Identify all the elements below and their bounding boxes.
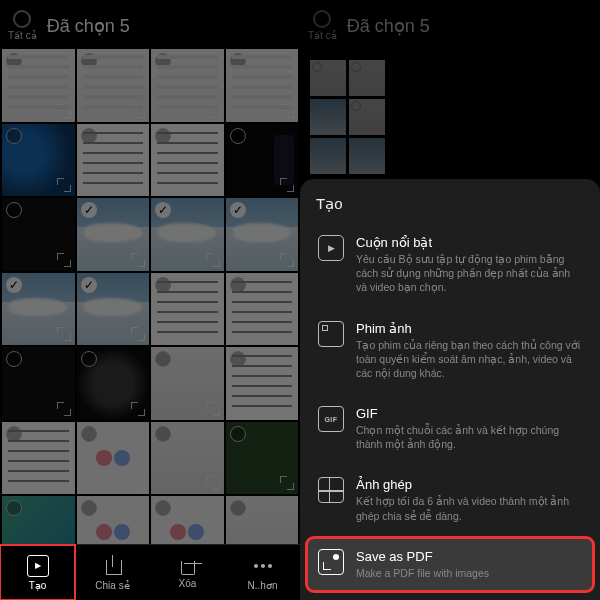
option-title: Cuộn nổi bật [356, 235, 582, 250]
thumbnail-grid: ✓ ✓ ✓ ✓ ✓ [0, 49, 300, 569]
play-icon [318, 235, 344, 261]
create-icon [27, 555, 49, 577]
delete-label: Xóa [179, 578, 197, 589]
share-icon [102, 555, 124, 577]
thumbnail[interactable] [2, 422, 75, 495]
select-all[interactable]: Tất cả [8, 10, 37, 41]
checkmark-icon: ✓ [81, 277, 97, 293]
thumbnail[interactable] [226, 273, 299, 346]
thumbnail[interactable] [2, 347, 75, 420]
more-label: N..hơn [248, 580, 278, 591]
thumbnail[interactable] [2, 124, 75, 197]
thumbnail[interactable] [151, 49, 224, 122]
option-title: Ảnh ghép [356, 477, 582, 492]
thumbnail[interactable]: ✓ [226, 198, 299, 271]
collage-icon [318, 477, 344, 503]
thumbnail[interactable] [226, 347, 299, 420]
thumbnail[interactable] [226, 124, 299, 197]
thumbnail[interactable] [77, 124, 150, 197]
thumbnail[interactable] [226, 49, 299, 122]
option-desc: Chọn một chuỗi các ảnh và kết hợp chúng … [356, 423, 582, 451]
thumbnail[interactable]: ✓ [151, 198, 224, 271]
trash-icon [181, 561, 195, 575]
thumbnail[interactable] [2, 198, 75, 271]
thumbnail[interactable] [151, 347, 224, 420]
option-highlight-reel[interactable]: Cuộn nổi bật Yêu cầu Bộ sưu tập tự động … [316, 225, 584, 305]
create-label: Tạo [29, 580, 47, 591]
thumbnail[interactable] [151, 124, 224, 197]
delete-button[interactable]: Xóa [150, 545, 225, 600]
option-title: Phim ảnh [356, 321, 582, 336]
share-label: Chia sẻ [95, 580, 129, 591]
thumbnail[interactable]: ✓ [2, 273, 75, 346]
option-title: GIF [356, 406, 582, 421]
sheet-title: Tạo [316, 195, 584, 213]
option-movie[interactable]: Phim ảnh Tạo phim của riêng bạn theo các… [316, 311, 584, 391]
image-icon [318, 549, 344, 575]
share-button[interactable]: Chia sẻ [75, 545, 150, 600]
option-title: Save as PDF [356, 549, 582, 564]
checkmark-icon: ✓ [230, 202, 246, 218]
thumbnail[interactable]: ✓ [77, 273, 150, 346]
more-icon [252, 555, 274, 577]
thumbnail[interactable] [226, 422, 299, 495]
create-button[interactable]: Tạo [0, 545, 75, 600]
gif-icon: GIF [318, 406, 344, 432]
select-all-circle [13, 10, 31, 28]
checkmark-icon: ✓ [155, 202, 171, 218]
option-desc: Tạo phim của riêng bạn theo cách thủ côn… [356, 338, 582, 381]
thumbnail[interactable] [151, 422, 224, 495]
option-desc: Make a PDF file with images [356, 566, 582, 580]
thumbnail[interactable] [2, 49, 75, 122]
select-all-label: Tất cả [8, 30, 37, 41]
thumbnail[interactable] [77, 49, 150, 122]
film-icon [318, 321, 344, 347]
create-sheet: Tạo Cuộn nổi bật Yêu cầu Bộ sưu tập tự đ… [300, 179, 600, 600]
option-desc: Kết hợp tối đa 6 ảnh và video thành một … [356, 494, 582, 522]
thumbnail[interactable] [77, 347, 150, 420]
selection-title: Đã chọn 5 [47, 15, 130, 37]
option-gif[interactable]: GIF GIF Chọn một chuỗi các ảnh và kết hợ… [316, 396, 584, 461]
bottom-bar: Tạo Chia sẻ Xóa N..hơn [0, 544, 300, 600]
checkmark-icon: ✓ [81, 202, 97, 218]
thumbnail[interactable] [77, 422, 150, 495]
gallery-panel-left: Tất cả Đã chọn 5 ✓ ✓ ✓ ✓ ✓ [0, 0, 300, 600]
checkmark-icon: ✓ [6, 277, 22, 293]
gallery-panel-right: Tất cả Đã chọn 5 Tạo Cuộn nổi bật Yêu cầ… [300, 0, 600, 600]
option-save-pdf[interactable]: Save as PDF Make a PDF file with images [308, 539, 592, 590]
option-desc: Yêu cầu Bộ sưu tập tự động tạo phim bằng… [356, 252, 582, 295]
header: Tất cả Đã chọn 5 [0, 0, 300, 49]
thumbnail[interactable]: ✓ [77, 198, 150, 271]
option-collage[interactable]: Ảnh ghép Kết hợp tối đa 6 ảnh và video t… [316, 467, 584, 532]
thumbnail[interactable] [151, 273, 224, 346]
more-button[interactable]: N..hơn [225, 545, 300, 600]
